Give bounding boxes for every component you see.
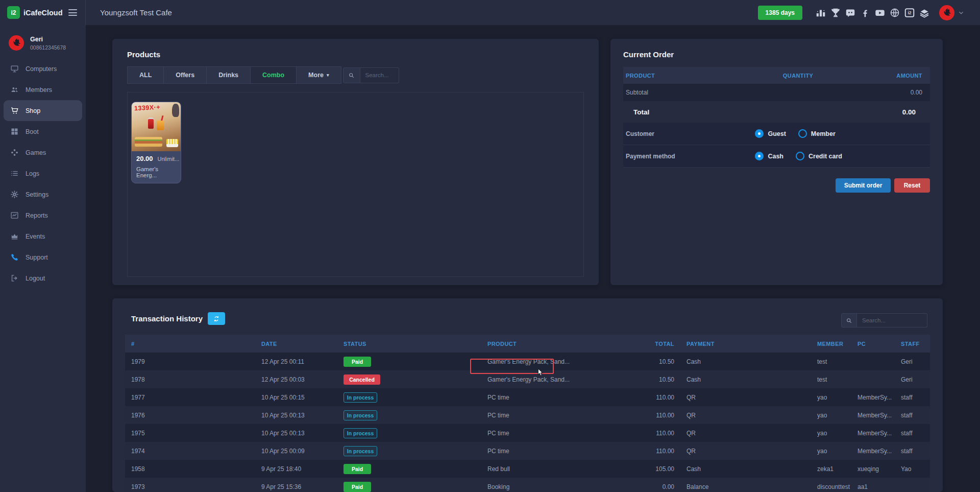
- youngzsoft-icon[interactable]: [919, 7, 930, 18]
- product-image-cup: [157, 121, 164, 130]
- payment-credit-card-radio[interactable]: Credit card: [796, 152, 842, 160]
- history-col-1: DATE: [255, 341, 337, 347]
- sidebar-item-logs[interactable]: Logs: [4, 163, 82, 184]
- sidebar-item-label: Reports: [26, 212, 48, 219]
- customer-label: Customer: [623, 130, 755, 137]
- avatar[interactable]: [939, 5, 954, 20]
- cell-date: 12 Apr 25 00:03: [255, 376, 337, 383]
- subtotal-label: Subtotal: [626, 89, 648, 96]
- cell-pc: MemberSy...: [851, 448, 895, 455]
- refresh-button[interactable]: [208, 312, 225, 325]
- cell-staff: staff: [895, 430, 930, 437]
- tab-more[interactable]: More▾: [296, 66, 341, 84]
- games-icon: [10, 148, 19, 157]
- cell-payment: QR: [680, 448, 811, 455]
- sidebar-item-label: Shop: [26, 107, 40, 114]
- youtube-icon[interactable]: [874, 7, 886, 18]
- sidebar-item-shop[interactable]: Shop: [4, 100, 82, 121]
- monitor-icon: [10, 64, 19, 73]
- submit-order-button[interactable]: Submit order: [836, 178, 891, 193]
- customer-guest-radio[interactable]: Guest: [755, 129, 786, 138]
- search-icon[interactable]: [343, 67, 360, 83]
- icafecloud-icon[interactable]: i2: [904, 7, 915, 18]
- history-title: Transaction History: [131, 314, 203, 323]
- history-col-5: PAYMENT: [680, 341, 811, 347]
- product-name: Gamer's Energ...: [136, 166, 176, 178]
- cell-payment: Cash: [680, 465, 811, 473]
- tab-drinks[interactable]: Drinks: [206, 66, 251, 84]
- customer-member-radio[interactable]: Member: [798, 129, 836, 138]
- hamburger-menu-icon[interactable]: [67, 7, 78, 18]
- sidebar-item-events[interactable]: Events: [4, 226, 82, 247]
- order-table-header: PRODUCTQUANTITYAMOUNT: [623, 67, 930, 84]
- topbar-main: Youngzsoft Test Cafe 1385 days i2: [86, 0, 980, 25]
- sidebar-nav: Computers Members Shop Boot Games Logs S…: [0, 58, 86, 289]
- product-image-sandwich: [135, 137, 162, 147]
- refresh-icon: [213, 315, 220, 322]
- table-row[interactable]: 1958 9 Apr 25 18:40 Paid Red bull 105.00…: [125, 460, 930, 478]
- subscription-days-badge[interactable]: 1385 days: [758, 6, 802, 20]
- sidebar-item-settings[interactable]: Settings: [4, 184, 82, 205]
- history-search-input[interactable]: [857, 313, 927, 327]
- table-row[interactable]: 1979 12 Apr 25 00:11 Paid Gamer's Energy…: [125, 353, 930, 370]
- table-row[interactable]: 1977 10 Apr 25 00:15 In process PC time …: [125, 388, 930, 406]
- sidebar-item-computers[interactable]: Computers: [4, 58, 82, 79]
- payment-cash-radio[interactable]: Cash: [755, 152, 783, 160]
- leaderboard-icon[interactable]: [815, 7, 826, 18]
- reports-icon: [10, 211, 19, 220]
- history-col-4: TOTAL: [604, 341, 680, 347]
- cell-product: PC time: [481, 394, 604, 401]
- chevron-down-icon[interactable]: [958, 9, 965, 16]
- sidebar-item-games[interactable]: Games: [4, 142, 82, 163]
- facebook-icon[interactable]: [860, 7, 871, 18]
- status-badge: In process: [344, 392, 377, 403]
- cell-product: Booking: [481, 483, 604, 490]
- sidebar-item-label: Members: [26, 86, 52, 93]
- history-col-7: PC: [851, 341, 895, 347]
- sidebar-item-logout[interactable]: Logout: [4, 268, 82, 289]
- cell-status: In process: [337, 410, 481, 420]
- table-row[interactable]: 1973 9 Apr 25 15:36 Paid Booking 0.00 Ba…: [125, 478, 930, 492]
- cart-icon: [10, 106, 19, 115]
- product-image: 1339X·+: [132, 102, 181, 151]
- products-tabs: ALLOffersDrinksComboMore▾: [127, 66, 341, 84]
- payment-row: Payment method Cash Credit card: [623, 145, 930, 168]
- cell-payment: Cash: [680, 358, 811, 365]
- discord-icon[interactable]: [845, 7, 856, 18]
- tab-all[interactable]: ALL: [127, 66, 164, 84]
- history-col-3: PRODUCT: [481, 341, 604, 347]
- sidebar-item-label: Computers: [26, 65, 57, 73]
- radio-label: Credit card: [808, 153, 842, 160]
- tab-combo[interactable]: Combo: [250, 66, 297, 84]
- status-badge: Cancelled: [344, 374, 380, 385]
- tab-offers[interactable]: Offers: [163, 66, 207, 84]
- reset-button[interactable]: Reset: [894, 178, 930, 193]
- sidebar-item-support[interactable]: Support: [4, 247, 82, 268]
- app-logo[interactable]: i2 iCafeCloud: [7, 6, 63, 19]
- search-icon[interactable]: [841, 313, 857, 327]
- main-content: Products ALLOffersDrinksComboMore▾ 1339X…: [86, 25, 980, 492]
- product-card[interactable]: 1339X·+ 20.00 Unlimit...: [131, 102, 181, 183]
- table-row[interactable]: 1975 10 Apr 25 00:13 In process PC time …: [125, 424, 930, 442]
- cell-status: In process: [337, 392, 481, 403]
- product-image-figure: [172, 104, 179, 117]
- table-row[interactable]: 1974 10 Apr 25 00:09 In process PC time …: [125, 442, 930, 460]
- sidebar-item-boot[interactable]: Boot: [4, 121, 82, 142]
- trophy-icon[interactable]: [830, 7, 841, 18]
- order-col-amount: AMOUNT: [844, 73, 930, 79]
- products-search-input[interactable]: [360, 67, 399, 83]
- cell-product: Gamer's Energy Pack, Sand...: [481, 358, 604, 365]
- cell-date: 10 Apr 25 00:15: [255, 394, 337, 401]
- user-avatar[interactable]: [9, 35, 24, 51]
- cell-total: 110.00: [604, 394, 680, 401]
- sidebar-item-reports[interactable]: Reports: [4, 205, 82, 226]
- globe-icon[interactable]: [889, 7, 900, 18]
- sidebar-item-members[interactable]: Members: [4, 79, 82, 100]
- cell-status: Paid: [337, 464, 481, 474]
- user-meta: Geri 008612345678: [30, 36, 66, 51]
- cell-staff: staff: [895, 394, 930, 401]
- cell-staff: staff: [895, 412, 930, 419]
- status-badge: Paid: [344, 482, 371, 492]
- table-row[interactable]: 1976 10 Apr 25 00:13 In process PC time …: [125, 406, 930, 424]
- chevron-down-icon: ▾: [327, 73, 329, 78]
